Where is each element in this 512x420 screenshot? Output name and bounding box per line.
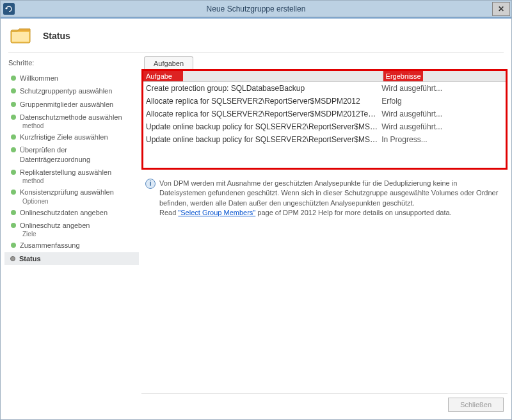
task-cell: Allocate replica for SQLSERVER2\ReportSe…: [146, 97, 381, 106]
result-cell: Erfolg: [381, 97, 503, 106]
step-item[interactable]: Replikaterstellung auswählen: [4, 166, 139, 179]
tasks-header: Aufgabe se Ergebnisse: [143, 71, 506, 82]
info-icon: i: [145, 179, 156, 189]
tab-tasks[interactable]: Aufgaben: [144, 56, 193, 70]
result-cell: In Progress...: [381, 135, 503, 144]
step-item[interactable]: Überprüfen der Datenträgerzuordnung: [4, 143, 139, 166]
info-text: Von DPM werden mit Ausnahme der geschütz…: [159, 179, 498, 207]
window-title: Neue Schutzgruppe erstellen: [1, 4, 511, 13]
task-cell: Update online backup policy for SQLSERVE…: [146, 122, 381, 131]
close-wizard-button[interactable]: Schließen: [448, 398, 504, 412]
table-row[interactable]: Allocate replica for SQLSERVER2\ReportSe…: [143, 95, 506, 108]
step-bullet-icon: [11, 134, 16, 140]
step-bullet-icon: [11, 115, 16, 120]
info-message: i Von DPM werden mit Ausnahme der geschü…: [141, 170, 508, 218]
info-read-prefix: Read: [159, 209, 178, 216]
step-item[interactable]: Kurzfristige Ziele auswählen: [4, 131, 139, 143]
step-item[interactable]: Schutzgruppentyp auswählen: [4, 85, 139, 97]
divider: [8, 52, 504, 52]
step-bullet-icon: [11, 190, 16, 195]
wizard-body: Status Schritte: WillkommenSchutzgruppen…: [1, 17, 511, 419]
col-result: se Ergebnisse: [383, 71, 506, 82]
step-label: Willkommen: [20, 74, 135, 83]
step-sublabel: Optionen: [22, 198, 139, 205]
step-item[interactable]: Onlineschutz angeben: [4, 219, 139, 232]
step-item[interactable]: Gruppenmitglieder auswählen: [4, 98, 139, 111]
close-icon: ✕: [498, 4, 504, 13]
steps-title: Schritte:: [4, 56, 139, 72]
step-label: Onlineschutzdaten angeben: [20, 208, 135, 217]
result-cell: Wird ausgeführt...: [381, 109, 503, 118]
help-link[interactable]: "Select Group Members": [178, 209, 255, 216]
step-sublabel: method: [22, 177, 139, 184]
result-cell: Wird ausgeführt...: [381, 84, 503, 93]
step-item[interactable]: Zusammenfassung: [4, 239, 139, 252]
task-cell: Allocate replica for SQLSERVER2\ReportSe…: [146, 109, 381, 118]
step-label: Kurzfristige Ziele auswählen: [20, 133, 135, 141]
info-read-suffix: page of DPM 2012 Help for more details o…: [255, 209, 451, 216]
heading-row: Status: [4, 22, 508, 52]
step-item[interactable]: Konsistenzprüfung auswählen: [4, 186, 139, 198]
step-bullet-icon: [11, 88, 16, 93]
tasks-table: Aufgabe se Ergebnisse Create protection …: [141, 69, 508, 170]
step-bullet-icon: [11, 170, 16, 175]
step-label: Zusammenfassung: [20, 241, 135, 250]
wizard-window: Neue Schutzgruppe erstellen ✕ Status Sch…: [0, 0, 512, 420]
svg-rect-1: [12, 32, 29, 42]
table-row[interactable]: Create protection group: SQLDatabaseBack…: [143, 82, 506, 95]
step-bullet-icon: [11, 223, 16, 228]
step-label: Replikaterstellung auswählen: [20, 168, 135, 177]
step-item[interactable]: Onlineschutzdaten angeben: [4, 206, 139, 219]
step-label: Datenschutzmethode auswählen: [20, 113, 135, 122]
result-cell: Wird ausgeführt...: [381, 122, 503, 131]
folder-icon: [10, 26, 33, 45]
step-label: Überprüfen der Datenträgerzuordnung: [20, 145, 135, 164]
step-bullet-icon: [11, 243, 16, 248]
step-sublabel: method: [22, 122, 139, 129]
step-item[interactable]: Datenschutzmethode auswählen: [4, 111, 139, 124]
step-bullet-icon: [11, 210, 16, 215]
task-cell: Update online backup policy for SQLSERVE…: [146, 135, 381, 144]
col-task: Aufgabe: [143, 71, 383, 82]
step-item[interactable]: Willkommen: [4, 72, 139, 85]
step-label: Schutzgruppentyp auswählen: [20, 86, 135, 95]
table-row[interactable]: Update online backup policy for SQLSERVE…: [143, 133, 506, 146]
step-sublabel: Ziele: [22, 230, 139, 238]
step-label: Gruppenmitglieder auswählen: [20, 100, 135, 109]
step-bullet-icon: [11, 76, 16, 81]
task-cell: Create protection group: SQLDatabaseBack…: [146, 84, 381, 93]
table-row[interactable]: Allocate replica for SQLSERVER2\ReportSe…: [143, 108, 506, 120]
step-label: Konsistenzprüfung auswählen: [20, 188, 135, 197]
app-icon: [3, 3, 15, 15]
steps-sidebar: Schritte: WillkommenSchutzgruppentyp aus…: [4, 56, 139, 416]
title-bar: Neue Schutzgruppe erstellen ✕: [1, 1, 511, 17]
page-title: Status: [43, 31, 70, 41]
table-row[interactable]: Update online backup policy for SQLSERVE…: [143, 120, 506, 133]
step-bullet-icon: [10, 256, 15, 261]
step-item[interactable]: Status: [4, 252, 139, 265]
step-label: Status: [19, 254, 135, 263]
footer: Schließen: [141, 393, 508, 416]
step-bullet-icon: [11, 102, 16, 107]
step-bullet-icon: [11, 147, 16, 152]
close-button[interactable]: ✕: [492, 2, 510, 16]
main-panel: Aufgaben Aufgabe se Ergebnisse Create pr…: [141, 56, 508, 416]
step-label: Onlineschutz angeben: [20, 221, 135, 230]
